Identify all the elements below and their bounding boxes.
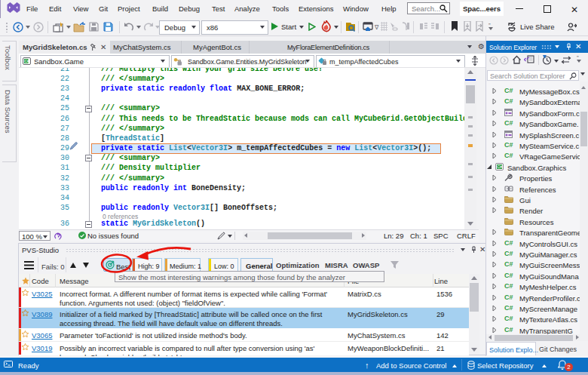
svg-text:C#: C#: [497, 164, 503, 169]
svg-text:C#: C#: [25, 59, 30, 63]
